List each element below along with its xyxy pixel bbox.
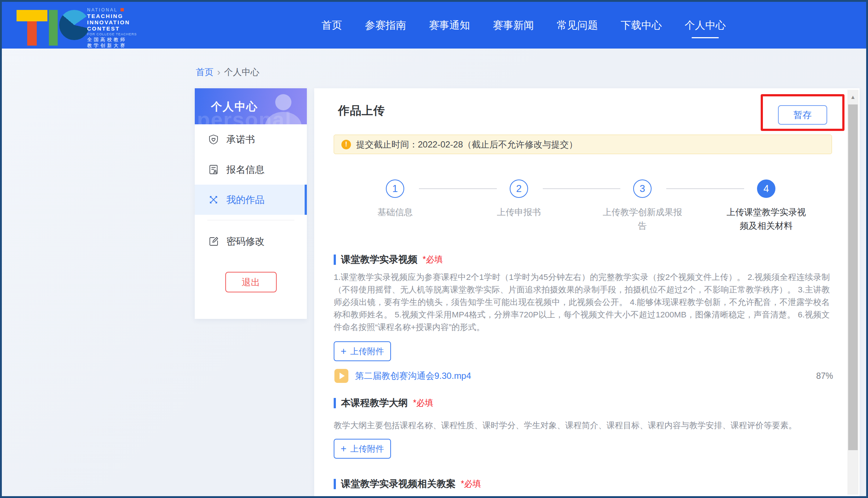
shield-heart-icon bbox=[208, 134, 219, 145]
upload-button-label: 上传附件 bbox=[350, 346, 384, 357]
step-1-label: 基础信息 bbox=[353, 205, 437, 219]
step-3-label: 上传教学创新成果报告 bbox=[600, 205, 685, 232]
section-lesson-plan-header: 课堂教学实录视频相关教案 *必填 bbox=[334, 477, 481, 490]
scroll-up-button[interactable]: ▲ bbox=[847, 90, 858, 104]
section-accent-bar bbox=[334, 255, 336, 265]
section-accent-bar bbox=[334, 398, 336, 408]
section-title: 课堂教学实录视频 bbox=[341, 253, 417, 266]
logo-line-national: NATIONAL bbox=[87, 7, 118, 13]
section-video-header: 课堂教学实录视频 *必填 bbox=[334, 253, 443, 266]
sidebar-item-my-works[interactable]: 我的作品 bbox=[195, 185, 307, 215]
sidebar-divider bbox=[207, 220, 294, 220]
sidebar-item-registration-info[interactable]: 报名信息 bbox=[195, 154, 307, 185]
nav-item-notice[interactable]: 赛事通知 bbox=[429, 18, 470, 32]
sidebar-item-commitment[interactable]: 承诺书 bbox=[195, 124, 307, 154]
required-badge: *必填 bbox=[423, 254, 443, 265]
sidebar-title: 个人中心 bbox=[211, 99, 258, 114]
video-play-icon bbox=[334, 369, 348, 383]
logo-line-subtitle: FOR COLLEGE TEACHERS bbox=[87, 32, 134, 37]
pen-tools-icon bbox=[208, 194, 219, 205]
nav-item-news[interactable]: 赛事新闻 bbox=[493, 18, 534, 32]
page-title: 作品上传 bbox=[338, 103, 385, 118]
save-draft-button[interactable]: 暂存 bbox=[778, 105, 827, 125]
content-panel: 作品上传 暂存 ! 提交截止时间：2022-02-28（截止后不允许修改与提交）… bbox=[314, 88, 860, 496]
section-syllabus-description: 教学大纲主要包括课程名称、课程性质、课时学分、学生对象、课程简介、课程目标、课程… bbox=[334, 419, 830, 432]
required-badge: *必填 bbox=[413, 397, 433, 409]
breadcrumb: 首页 › 个人中心 bbox=[196, 66, 259, 78]
contest-logo[interactable]: NATIONAL TEACHING INNOVATION CONTEST FOR… bbox=[17, 5, 134, 46]
avatar bbox=[265, 93, 302, 124]
nav-item-guide[interactable]: 参赛指南 bbox=[365, 18, 406, 32]
deadline-notice: ! 提交截止时间：2022-02-28（截止后不允许修改与提交） bbox=[334, 135, 832, 154]
nav-item-faq[interactable]: 常见问题 bbox=[557, 18, 598, 32]
section-video-description: 1.课堂教学实录视频应为参赛课程中2个1学时（1学时为45分钟左右）的完整教学实… bbox=[334, 271, 830, 334]
section-title: 课堂教学实录视频相关教案 bbox=[341, 477, 456, 490]
logo-red-dot-icon bbox=[121, 8, 124, 11]
upload-syllabus-attachment-button[interactable]: + 上传附件 bbox=[334, 439, 391, 459]
logo-line-cn2: 教学创新大赛 bbox=[87, 43, 134, 49]
required-badge: *必填 bbox=[461, 478, 481, 490]
step-connector bbox=[666, 188, 744, 189]
nav-item-download[interactable]: 下载中心 bbox=[621, 18, 662, 32]
deadline-notice-text: 提交截止时间：2022-02-28（截止后不允许修改与提交） bbox=[356, 139, 578, 150]
sidebar-item-label: 承诺书 bbox=[226, 133, 255, 146]
sidebar-item-label: 密码修改 bbox=[226, 235, 265, 248]
logo-text: NATIONAL TEACHING INNOVATION CONTEST FOR… bbox=[87, 7, 134, 49]
uploaded-file-link[interactable]: 第二届教创赛沟通会9.30.mp4 bbox=[355, 370, 471, 382]
upload-video-attachment-button[interactable]: + 上传附件 bbox=[334, 341, 391, 361]
logo-line-contest: CONTEST bbox=[87, 25, 134, 32]
top-navigation-bar: NATIONAL TEACHING INNOVATION CONTEST FOR… bbox=[2, 2, 866, 49]
step-3-indicator[interactable]: 3 bbox=[633, 179, 652, 198]
edit-icon bbox=[208, 236, 219, 247]
nav-item-home[interactable]: 首页 bbox=[322, 18, 342, 32]
breadcrumb-current: 个人中心 bbox=[224, 66, 259, 78]
step-2-indicator[interactable]: 2 bbox=[510, 179, 528, 198]
sidebar-item-label: 报名信息 bbox=[226, 163, 265, 176]
logo-line-innovation: INNOVATION bbox=[87, 19, 134, 25]
sidebar-item-label: 我的作品 bbox=[226, 193, 265, 206]
section-title: 本课程教学大纲 bbox=[341, 396, 408, 409]
breadcrumb-separator-icon: › bbox=[217, 67, 220, 78]
upload-progress: 87% bbox=[816, 371, 833, 381]
tic-logo-icon bbox=[17, 5, 88, 46]
step-2-label: 上传申报书 bbox=[477, 205, 561, 219]
scrollbar-thumb[interactable] bbox=[848, 104, 858, 450]
step-4-indicator[interactable]: 4 bbox=[757, 179, 775, 198]
upload-button-label: 上传附件 bbox=[350, 443, 384, 455]
uploaded-file-row: 第二届教创赛沟通会9.30.mp4 87% bbox=[334, 369, 833, 383]
logo-line-cn1: 全国高校教师 bbox=[87, 37, 134, 43]
main-nav: 首页 参赛指南 赛事通知 赛事新闻 常见问题 下载中心 个人中心 bbox=[322, 2, 726, 49]
sidebar-item-change-password[interactable]: 密码修改 bbox=[195, 226, 307, 256]
step-1-indicator[interactable]: 1 bbox=[386, 179, 404, 198]
scrollbar[interactable]: ▲ bbox=[847, 90, 858, 495]
step-4-label: 上传课堂教学实录视频及相关材料 bbox=[724, 205, 808, 232]
page: NATIONAL TEACHING INNOVATION CONTEST FOR… bbox=[0, 0, 868, 498]
logout-button[interactable]: 退出 bbox=[225, 272, 277, 292]
step-connector bbox=[419, 188, 497, 189]
document-user-icon bbox=[208, 164, 219, 175]
sidebar-header: personal 个人中心 bbox=[195, 88, 307, 124]
breadcrumb-home-link[interactable]: 首页 bbox=[196, 66, 214, 78]
section-accent-bar bbox=[334, 479, 336, 489]
plus-icon: + bbox=[341, 346, 347, 356]
section-syllabus-header: 本课程教学大纲 *必填 bbox=[334, 396, 433, 409]
plus-icon: + bbox=[341, 444, 347, 454]
logo-line-teaching: TEACHING bbox=[87, 13, 134, 19]
nav-item-personal-center[interactable]: 个人中心 bbox=[685, 18, 726, 32]
warning-icon: ! bbox=[341, 140, 351, 149]
sidebar: personal 个人中心 承诺书 报名信息 bbox=[195, 88, 307, 319]
step-connector bbox=[543, 188, 620, 189]
